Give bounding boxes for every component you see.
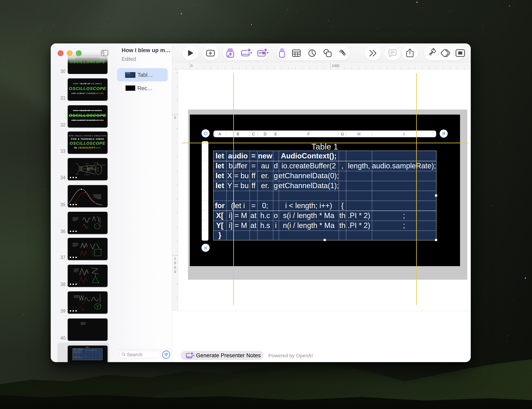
svg-text:FOCUSING: FOCUSING [85, 164, 89, 164]
svg-text:ACCELERATOR: ACCELERATOR [84, 174, 90, 175]
svg-text:GRID: GRID [76, 163, 78, 164]
svg-text:X-PLATES: X-PLATES [88, 171, 92, 172]
svg-text:FLUORESCENT: FLUORESCENT [100, 165, 106, 166]
svg-text:Y-PLATES: Y-PLATES [92, 166, 95, 167]
svg-text:CATHODE: CATHODE [75, 174, 79, 175]
svg-text:ELECTRON: ELECTRON [94, 163, 98, 164]
